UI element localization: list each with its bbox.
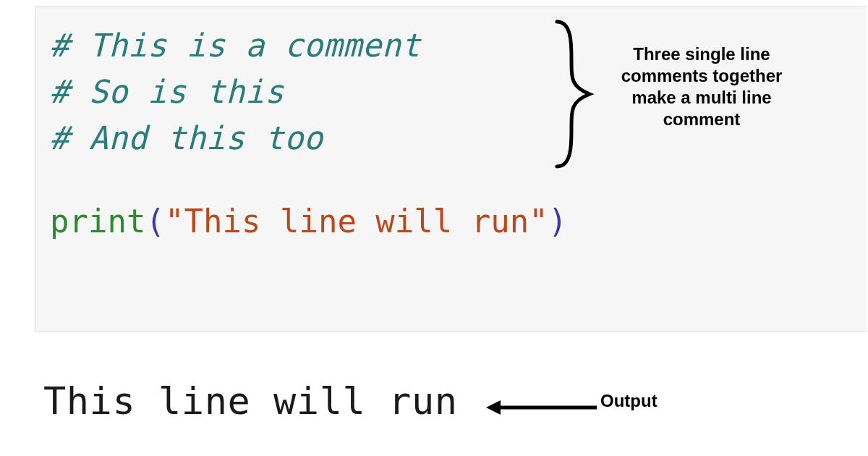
function-name: print <box>50 203 145 240</box>
arrow-left-icon <box>485 397 600 418</box>
quote-close: " <box>529 203 548 240</box>
paren-open: ( <box>145 203 165 240</box>
svg-marker-1 <box>486 400 501 415</box>
string-literal: This line will run <box>184 203 529 240</box>
output-label: Output <box>600 391 658 411</box>
multiline-comment-annotation: Three single line comments together make… <box>608 43 796 130</box>
output-text: This line will run <box>43 379 458 423</box>
paren-close: ) <box>548 203 568 240</box>
curly-brace-icon <box>550 14 608 174</box>
quote-open: " <box>165 203 184 240</box>
print-statement: print("This line will run") <box>50 200 852 242</box>
